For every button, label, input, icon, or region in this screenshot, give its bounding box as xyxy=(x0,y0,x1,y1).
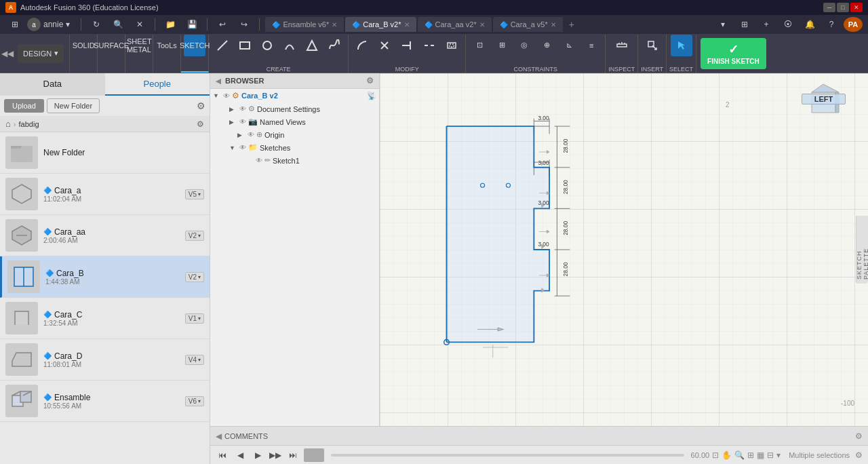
tree-root[interactable]: ▼ 👁 ⚙ Cara_B v2 📡 xyxy=(210,89,379,102)
upload-button[interactable]: Upload xyxy=(4,99,44,113)
cara-d-version[interactable]: V4 ▾ xyxy=(185,355,204,365)
playback-timeline[interactable] xyxy=(331,454,684,457)
panel-tab-people[interactable]: People xyxy=(105,73,210,96)
toolbar-collapse-handle[interactable]: ◀◀ xyxy=(3,35,12,73)
play-prev-button[interactable]: ◀ xyxy=(233,448,247,462)
tab-close-cara-aa[interactable]: ✕ xyxy=(479,21,485,28)
tree-origin-expand[interactable]: ▶ xyxy=(237,132,245,138)
tree-root-expand[interactable]: ▼ xyxy=(213,92,221,99)
tree-sketches-eye[interactable]: 👁 xyxy=(239,144,246,151)
tree-root-eye[interactable]: 👁 xyxy=(223,92,230,100)
insert-button[interactable] xyxy=(642,35,663,56)
tree-origin[interactable]: ▶ 👁 ⊕ Origin xyxy=(210,128,379,141)
bottom-settings-icon[interactable]: ⚙ xyxy=(855,450,863,460)
username-label[interactable]: annie xyxy=(43,20,63,29)
tabs-overflow-icon[interactable]: ▾ xyxy=(713,17,732,32)
polygon-tool-button[interactable] xyxy=(301,35,323,56)
solid-button[interactable]: SOLID xyxy=(73,35,94,56)
file-item-cara-b[interactable]: 🔷 Cara_B 1:44:38 AM V2 ▾ xyxy=(0,256,210,298)
grid-icon[interactable]: ⊟ xyxy=(767,450,774,460)
inspect-measure-button[interactable] xyxy=(611,35,633,56)
sketch-button[interactable]: SKETCH xyxy=(184,35,205,56)
line-tool-button[interactable] xyxy=(212,35,233,56)
file-item-cara-aa[interactable]: 🔷 Cara_aa 2:00:46 AM V2 ▾ xyxy=(0,215,210,256)
grid-menu-icon[interactable]: ⊞ xyxy=(5,17,24,32)
view-cube[interactable]: LEFT xyxy=(802,79,849,126)
comments-expand-icon[interactable]: ◀ xyxy=(216,431,222,441)
more-options-icon[interactable]: ▾ xyxy=(776,450,781,460)
extend-tool-button[interactable] xyxy=(396,35,418,56)
save-icon[interactable]: 💾 xyxy=(182,17,201,32)
sheet-metal-button[interactable]: SHEET METAL xyxy=(128,35,150,56)
tree-named-views-eye[interactable]: 👁 xyxy=(239,118,246,125)
panel-tab-data[interactable]: Data xyxy=(0,73,105,96)
browser-expand-icon[interactable]: ◀ xyxy=(216,77,221,85)
tab-cara-aa[interactable]: 🔷 Cara_aa v2* ✕ xyxy=(418,17,492,32)
midpoint-button[interactable]: ⊕ xyxy=(536,35,557,56)
arc-tool-button[interactable] xyxy=(279,35,300,56)
tab-cara-b[interactable]: 🔷 Cara_B v2* ✕ xyxy=(345,17,416,32)
spline-tool-button[interactable] xyxy=(323,35,345,56)
undo-icon[interactable]: ↩ xyxy=(213,17,232,32)
new-folder-button[interactable]: New Folder xyxy=(47,98,100,113)
tree-sketch1[interactable]: 👁 ✏ Sketch1 xyxy=(210,154,379,167)
tab-ensamble[interactable]: 🔷 Ensamble v6* ✕ xyxy=(265,17,344,32)
coincident-button[interactable]: ⊡ xyxy=(469,35,490,56)
orbit-icon[interactable]: ⦿ xyxy=(778,17,797,32)
add-tab-button[interactable]: + xyxy=(564,17,579,32)
refresh-icon[interactable]: ↻ xyxy=(87,17,106,32)
ensamble-version[interactable]: V6 ▾ xyxy=(185,396,204,406)
panel-settings-icon[interactable]: ⚙ xyxy=(197,100,205,111)
tree-origin-eye[interactable]: 👁 xyxy=(248,131,254,138)
fillet-tool-button[interactable] xyxy=(351,35,373,56)
tab-close-ensamble[interactable]: ✕ xyxy=(332,21,337,28)
timeline-track[interactable] xyxy=(304,448,324,462)
search-icon[interactable]: 🔍 xyxy=(108,17,127,32)
browser-settings-icon[interactable]: ⚙ xyxy=(366,76,374,85)
tree-doc-settings-eye[interactable]: 👁 xyxy=(239,105,246,113)
new-window-icon[interactable]: ⊞ xyxy=(735,17,754,32)
redo-icon[interactable]: ↪ xyxy=(235,17,254,32)
add-document-icon[interactable]: + xyxy=(757,17,776,32)
play-last-button[interactable]: ⏭ xyxy=(286,448,300,462)
zoom-icon[interactable]: 🔍 xyxy=(734,450,745,460)
tree-sketch1-eye[interactable]: 👁 xyxy=(256,157,262,164)
file-item-cara-d[interactable]: 🔷 Cara_D 11:08:01 AM V4 ▾ xyxy=(0,339,210,381)
surface-button[interactable]: SURFACE xyxy=(100,35,122,56)
file-item-new-folder[interactable]: New Folder xyxy=(0,132,210,174)
tree-doc-settings-expand[interactable]: ▶ xyxy=(229,106,237,113)
tree-sketches[interactable]: ▼ 👁 📁 Sketches xyxy=(210,141,379,154)
play-button[interactable]: ▶ xyxy=(251,448,264,462)
cara-c-version[interactable]: V1 ▾ xyxy=(185,313,204,324)
minimize-button[interactable]: ─ xyxy=(823,3,835,12)
file-item-cara-a[interactable]: 🔷 Cara_a 11:02:04 AM V5 ▾ xyxy=(0,174,210,215)
canvas-area[interactable]: -100 -150 -200 2 xyxy=(380,73,868,426)
select-button[interactable] xyxy=(671,35,692,56)
display-settings-icon[interactable]: ▦ xyxy=(757,450,764,460)
file-icon[interactable]: 📁 xyxy=(161,17,180,32)
offset-tool-button[interactable] xyxy=(441,35,462,56)
sketch-palette[interactable]: SKETCH PALETTE xyxy=(856,216,868,284)
tab-cara-a-v5[interactable]: 🔷 Cara_a v5* ✕ xyxy=(493,17,563,32)
play-next-button[interactable]: ▶▶ xyxy=(269,448,282,462)
cara-a-version[interactable]: V5 ▾ xyxy=(185,189,204,199)
zoom-fit-icon[interactable]: ⊡ xyxy=(712,450,719,460)
user-dropdown-icon[interactable]: ▾ xyxy=(66,20,70,29)
file-item-ensamble[interactable]: 🔷 Ensamble 10:55:56 AM V6 ▾ xyxy=(0,381,210,422)
close-search-icon[interactable]: ✕ xyxy=(130,17,149,32)
breadcrumb-fabdig[interactable]: fabdig xyxy=(19,120,39,128)
tree-named-views-expand[interactable]: ▶ xyxy=(229,119,237,125)
cara-aa-version[interactable]: V2 ▾ xyxy=(185,231,204,241)
tab-close-cara-b[interactable]: ✕ xyxy=(404,21,410,28)
close-button[interactable]: ✕ xyxy=(850,3,863,12)
tools-button[interactable]: TooLs xyxy=(156,35,178,56)
finish-sketch-button[interactable]: ✓ FINISH SKETCH xyxy=(701,38,766,69)
cara-b-version[interactable]: V2 ▾ xyxy=(185,272,204,282)
breadcrumb-settings-icon[interactable]: ⚙ xyxy=(197,119,204,129)
dimension-button[interactable]: ⊾ xyxy=(558,35,580,56)
rectangle-tool-button[interactable] xyxy=(234,35,256,56)
profile-icon[interactable]: PA xyxy=(844,17,863,32)
tree-named-views[interactable]: ▶ 👁 📷 Named Views xyxy=(210,115,379,128)
trim-tool-button[interactable] xyxy=(374,35,395,56)
design-dropdown[interactable]: DESIGN ▾ xyxy=(18,44,64,63)
